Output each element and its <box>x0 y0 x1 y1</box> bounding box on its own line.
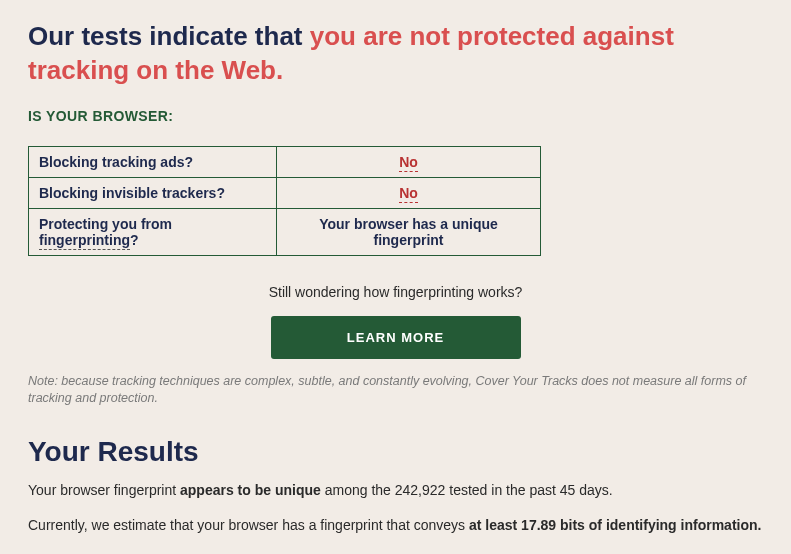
no-value: No <box>399 154 418 172</box>
table-row: Protecting you from fingerprinting? Your… <box>29 208 541 255</box>
fingerprinting-term[interactable]: fingerprinting <box>39 232 130 250</box>
label-suffix: ? <box>130 232 139 248</box>
results-heading: Your Results <box>28 436 763 468</box>
table-row: Blocking invisible trackers? No <box>29 177 541 208</box>
table-row-label: Blocking invisible trackers? <box>29 177 277 208</box>
result-para-methodology: The measurements we used to obtain this … <box>28 550 763 554</box>
unique-bold: appears to be unique <box>180 482 321 498</box>
no-value: No <box>399 185 418 203</box>
browser-question-label: IS YOUR BROWSER: <box>28 108 763 124</box>
learn-more-button[interactable]: LEARN MORE <box>271 316 521 359</box>
bits-bold: at least 17.89 bits of identifying infor… <box>469 517 762 533</box>
result-para-uniqueness: Your browser fingerprint appears to be u… <box>28 480 763 501</box>
table-row-answer: Your browser has a unique fingerprint <box>277 208 541 255</box>
protection-table: Blocking tracking ads? No Blocking invis… <box>28 146 541 256</box>
table-row: Blocking tracking ads? No <box>29 146 541 177</box>
result-para-bits: Currently, we estimate that your browser… <box>28 515 763 536</box>
table-row-answer: No <box>277 177 541 208</box>
learn-section: Still wondering how fingerprinting works… <box>28 284 763 359</box>
table-row-label: Protecting you from fingerprinting? <box>29 208 277 255</box>
heading-prefix: Our tests indicate that <box>28 21 310 51</box>
note-text: Note: because tracking techniques are co… <box>28 373 763 408</box>
table-row-answer: No <box>277 146 541 177</box>
table-row-label: Blocking tracking ads? <box>29 146 277 177</box>
label-prefix: Protecting you from <box>39 216 172 232</box>
still-wondering-text: Still wondering how fingerprinting works… <box>28 284 763 300</box>
main-heading: Our tests indicate that you are not prot… <box>28 20 763 88</box>
